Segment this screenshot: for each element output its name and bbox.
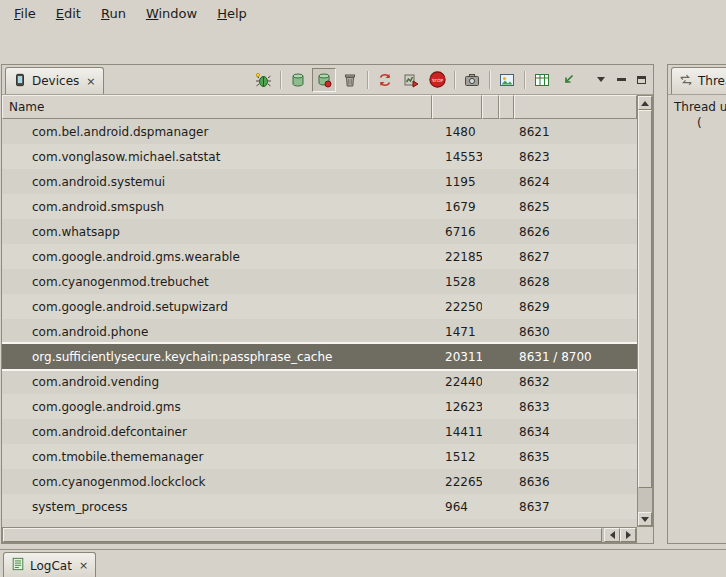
column-header-port[interactable]	[514, 95, 637, 119]
menu-item[interactable]: Edit	[46, 2, 91, 25]
screen-capture-icon[interactable]	[460, 68, 484, 92]
table-row[interactable]: org.sufficientlysecure.keychain:passphra…	[2, 344, 637, 369]
menu-item[interactable]: Help	[207, 2, 257, 25]
scroll-right-button[interactable]	[620, 528, 636, 542]
table-row[interactable]: com.android.systemui 1195 8624	[2, 169, 637, 194]
table-row[interactable]: com.google.android.gms 12623 8633	[2, 394, 637, 419]
table-row[interactable]: com.android.phone 1471 8630	[2, 319, 637, 344]
process-port: 8627	[514, 250, 637, 264]
process-pid: 1195	[432, 175, 482, 189]
close-icon[interactable]: ×	[79, 560, 88, 571]
column-header-pid[interactable]	[432, 95, 482, 119]
update-threads-icon[interactable]	[373, 68, 397, 92]
table-row[interactable]: com.bel.android.dspmanager 1480 8621	[2, 119, 637, 144]
tab-devices[interactable]: Devices ×	[5, 67, 104, 94]
table-row[interactable]: system_process 964 8637	[2, 494, 637, 519]
vertical-scrollbar-thumb[interactable]	[638, 110, 652, 488]
logcat-icon	[11, 557, 25, 574]
table-row[interactable]: com.vonglasow.michael.satstat 14553 8623	[2, 144, 637, 169]
panel-splitter[interactable]	[654, 64, 667, 544]
process-pid: 20311	[432, 350, 482, 364]
process-name: com.cyanogenmod.lockclock	[2, 475, 432, 489]
table-row[interactable]: com.android.vending 22440 8632	[2, 369, 637, 394]
tab-threads-label: Threads	[698, 74, 726, 88]
table-row[interactable]: com.tmobile.thememanager 1512 8635	[2, 444, 637, 469]
process-name: com.tmobile.thememanager	[2, 450, 432, 464]
menu-item[interactable]: Run	[91, 2, 136, 25]
process-pid: 1528	[432, 275, 482, 289]
close-icon[interactable]: ×	[86, 76, 95, 87]
tab-threads[interactable]: Threads	[671, 67, 726, 94]
debug-process-icon[interactable]	[251, 68, 275, 92]
devices-tabbar: Devices × STOP	[2, 65, 653, 95]
dump-hprof-icon[interactable]	[312, 68, 336, 92]
update-heap-icon[interactable]	[286, 68, 310, 92]
toolbar-separator	[367, 71, 368, 89]
threads-message: Thread up (	[668, 99, 726, 131]
device-icon	[13, 73, 27, 90]
threads-message-line2: (	[668, 115, 726, 131]
sysinfo-icon[interactable]	[530, 68, 554, 92]
scrollbar-corner	[637, 527, 653, 543]
menu-item[interactable]: File	[4, 2, 46, 25]
process-pid: 1679	[432, 200, 482, 214]
process-port: 8625	[514, 200, 637, 214]
start-method-profiling-icon[interactable]	[399, 68, 423, 92]
process-pid: 964	[432, 500, 482, 514]
process-port: 8621	[514, 125, 637, 139]
menu-item[interactable]: Window	[136, 2, 207, 25]
stop-process-icon[interactable]: STOP	[425, 68, 449, 92]
process-port: 8633	[514, 400, 637, 414]
pixel-perfect-icon[interactable]	[495, 68, 519, 92]
table-row[interactable]: com.android.defcontainer 14411 8634	[2, 419, 637, 444]
scroll-left-icon	[610, 531, 615, 539]
tab-devices-label: Devices	[32, 74, 79, 88]
process-pid: 14553	[432, 150, 482, 164]
threads-tabbar: Threads	[668, 65, 726, 95]
scroll-up-button[interactable]	[638, 96, 652, 110]
vertical-scrollbar[interactable]	[637, 95, 653, 527]
process-pid: 1471	[432, 325, 482, 339]
column-header-4[interactable]	[499, 95, 514, 119]
minimize-icon[interactable]	[612, 71, 630, 89]
column-header-3[interactable]	[482, 95, 499, 119]
column-header-name[interactable]: Name	[2, 95, 432, 119]
horizontal-scrollbar-thumb[interactable]	[3, 528, 602, 542]
table-row[interactable]: com.android.smspush 1679 8625	[2, 194, 637, 219]
process-name: com.google.android.setupwizard	[2, 300, 432, 314]
process-port: 8623	[514, 150, 637, 164]
table-row[interactable]: com.google.android.gms.wearable 22185 86…	[2, 244, 637, 269]
process-port: 8634	[514, 425, 637, 439]
cause-gc-icon[interactable]	[338, 68, 362, 92]
table-row[interactable]: com.cyanogenmod.lockclock 22265 8636	[2, 469, 637, 494]
process-port: 8626	[514, 225, 637, 239]
process-pid: 14411	[432, 425, 482, 439]
scroll-down-button[interactable]	[638, 512, 652, 526]
scroll-right-icon	[626, 531, 631, 539]
devices-toolbar: STOP	[251, 65, 653, 94]
process-name: com.android.vending	[2, 375, 432, 389]
process-name: com.bel.android.dspmanager	[2, 125, 432, 139]
table-row[interactable]: com.cyanogenmod.trebuchet 1528 8628	[2, 269, 637, 294]
process-pid: 1512	[432, 450, 482, 464]
view-menu-icon[interactable]	[592, 71, 610, 89]
process-pid: 22440	[432, 375, 482, 389]
dump-view-hierarchy-icon[interactable]	[556, 68, 580, 92]
threads-icon	[679, 73, 693, 90]
process-name: com.google.android.gms	[2, 400, 432, 414]
horizontal-scrollbar[interactable]	[2, 527, 637, 543]
toolbar-separator	[524, 71, 525, 89]
toolbar-separator	[489, 71, 490, 89]
threads-panel: Threads Thread up (	[667, 64, 726, 544]
threads-message-line1: Thread up	[668, 99, 726, 115]
process-port: 8628	[514, 275, 637, 289]
table-row[interactable]: com.whatsapp 6716 8626	[2, 219, 637, 244]
tab-logcat[interactable]: LogCat ×	[3, 552, 96, 577]
process-name: com.android.smspush	[2, 200, 432, 214]
toolbar-separator	[280, 71, 281, 89]
process-name: com.whatsapp	[2, 225, 432, 239]
maximize-icon[interactable]	[632, 71, 650, 89]
table-row[interactable]: com.google.android.setupwizard 22250 862…	[2, 294, 637, 319]
scroll-left-button[interactable]	[604, 528, 620, 542]
process-pid: 6716	[432, 225, 482, 239]
